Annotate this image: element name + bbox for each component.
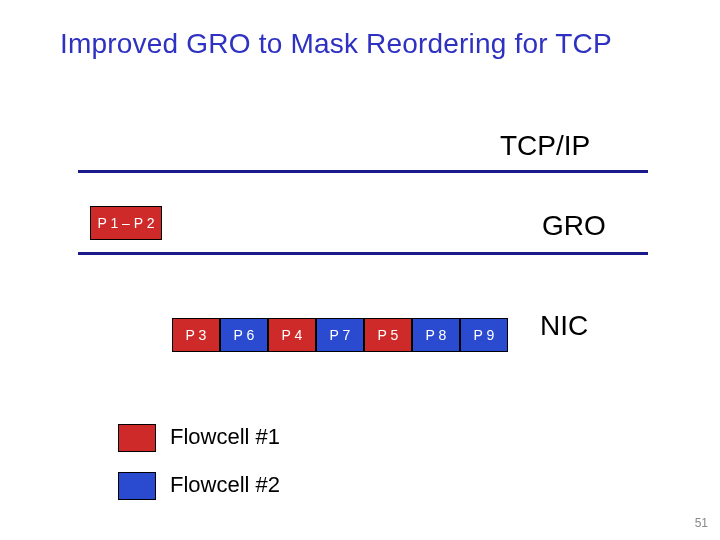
legend-label-flow2: Flowcell #2	[170, 472, 280, 498]
packet-p4: P 4	[268, 318, 316, 352]
legend-swatch-flow1	[118, 424, 156, 452]
packet-p6: P 6	[220, 318, 268, 352]
packet-p9: P 9	[460, 318, 508, 352]
divider-gro-nic	[78, 252, 648, 255]
layer-label-nic: NIC	[540, 310, 588, 342]
packet-p8: P 8	[412, 318, 460, 352]
packet-merged-p1p2: P 1 – P 2	[90, 206, 162, 240]
packet-p3: P 3	[172, 318, 220, 352]
slide-title: Improved GRO to Mask Reordering for TCP	[60, 28, 612, 60]
page-number: 51	[695, 516, 708, 530]
legend-label-flow1: Flowcell #1	[170, 424, 280, 450]
layer-label-gro: GRO	[542, 210, 606, 242]
packet-p5: P 5	[364, 318, 412, 352]
layer-label-tcpip: TCP/IP	[500, 130, 590, 162]
packet-p7: P 7	[316, 318, 364, 352]
legend-swatch-flow2	[118, 472, 156, 500]
divider-tcpip-gro	[78, 170, 648, 173]
